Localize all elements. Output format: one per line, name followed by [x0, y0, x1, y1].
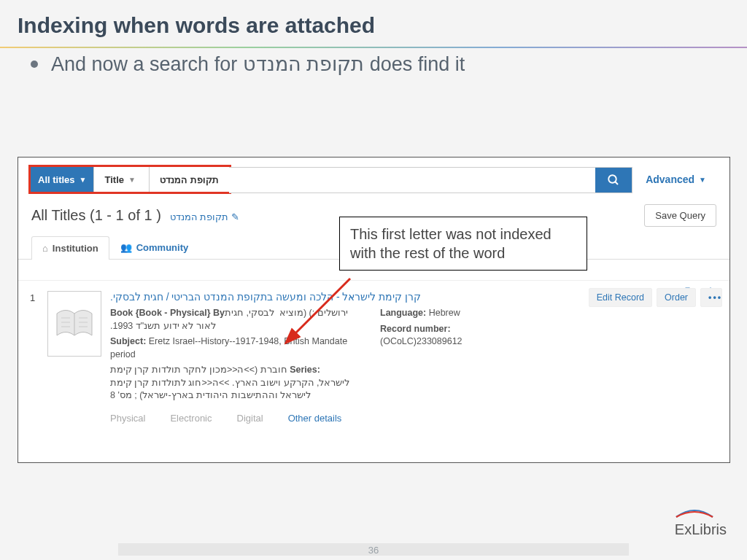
subject-label: Subject: — [110, 336, 146, 346]
results-header-left: All Titles (1 - 1 of 1 ) ✎ תקופת המנדט — [31, 207, 239, 224]
query-chip[interactable]: ✎ תקופת המנדט — [170, 211, 240, 222]
language-label: Language: — [380, 308, 426, 318]
more-actions-button[interactable]: ••• — [700, 288, 722, 307]
advanced-label: Advanced — [646, 174, 694, 185]
bullet-dot-icon — [31, 61, 38, 68]
slide-title: Indexing when words are attached — [0, 0, 747, 47]
results-count: All Titles (1 - 1 of 1 ) — [31, 207, 161, 224]
search-button[interactable] — [595, 168, 632, 192]
tab-institution-label: Institution — [53, 243, 98, 254]
home-icon: ⌂ — [42, 243, 48, 254]
scope-dropdown[interactable]: All titles ▼ — [31, 167, 93, 192]
book-icon — [54, 306, 95, 341]
record-thumbnail — [47, 291, 101, 357]
fmt-electronic: Electronic — [170, 413, 212, 424]
bullet-text: And now a search for תקופת המנדט does fi… — [51, 52, 465, 76]
series-label: Series: — [290, 365, 320, 375]
record-type-prefix: Book {Book - Physical} By — [110, 308, 225, 318]
svg-line-3 — [293, 279, 350, 335]
recnum-label: Record number: — [380, 324, 451, 334]
tab-community[interactable]: 👥 Community — [109, 236, 200, 259]
caret-down-icon: ▼ — [128, 176, 136, 184]
field-dropdown[interactable]: Title ▼ — [93, 167, 148, 192]
tab-community-label: Community — [136, 242, 189, 253]
search-input[interactable] — [229, 168, 596, 192]
record-author: לבסקי, חגית — [225, 308, 276, 318]
record-number: Record number:(OCoLC)233089612 — [380, 323, 462, 349]
pencil-icon: ✎ — [231, 211, 239, 222]
svg-point-0 — [608, 175, 616, 183]
people-icon: 👥 — [120, 242, 132, 253]
field-label: Title — [104, 174, 124, 185]
fmt-other-details[interactable]: Other details — [288, 413, 342, 424]
highlighted-search-controls: All titles ▼ Title ▼ תקופת המנדט — [28, 165, 231, 194]
search-bar — [229, 167, 633, 193]
scope-label: All titles — [38, 174, 75, 185]
edit-record-button[interactable]: Edit Record — [589, 288, 652, 307]
result-record: 1 קרן קימת לישראל - הלכה ומעשה בתקופת המ… — [18, 280, 729, 431]
advanced-search-link[interactable]: Advanced ▼ — [632, 174, 719, 185]
app-screenshot: All titles ▼ Title ▼ תקופת המנדט Advance… — [18, 157, 730, 463]
fmt-digital: Digital — [237, 413, 263, 424]
caret-down-icon: ▼ — [699, 176, 706, 184]
record-meta-right: Language: Hebrew Record number:(OCoLC)23… — [380, 307, 462, 405]
divider — [0, 47, 747, 48]
order-button[interactable]: Order — [657, 288, 696, 307]
format-tabs: Physical Electronic Digital Other detail… — [110, 413, 718, 424]
annotation-callout: This first letter was not indexed with t… — [339, 217, 587, 271]
search-row: All titles ▼ Title ▼ תקופת המנדט Advance… — [18, 158, 729, 194]
record-meta-columns: Book {Book - Physical} By לבסקי, חגית יר… — [110, 307, 718, 405]
arrow-icon — [285, 276, 365, 349]
language-value: Hebrew — [426, 308, 460, 318]
tab-institution[interactable]: ⌂ Institution — [31, 236, 109, 260]
query-chip-text: תקופת המנדט — [170, 211, 229, 222]
fmt-physical: Physical — [110, 413, 145, 424]
bullet-item: And now a search for תקופת המנדט does fi… — [0, 52, 747, 76]
save-query-button[interactable]: Save Query — [644, 204, 716, 227]
exlibris-logo: ExLibris — [675, 508, 727, 538]
logo-swoosh-icon — [675, 508, 714, 518]
page-number: 36 — [118, 543, 629, 556]
caret-down-icon: ▼ — [80, 176, 87, 184]
search-icon — [607, 174, 620, 187]
search-query-display: תקופת המנדט — [149, 167, 229, 192]
recnum-value: (OCoLC)233089612 — [380, 336, 462, 346]
svg-line-1 — [615, 182, 618, 184]
record-index: 1 — [30, 291, 39, 424]
record-actions: Edit Record Order ••• — [589, 288, 722, 307]
record-language: Language: Hebrew — [380, 307, 462, 320]
record-body: קרן קימת לישראל - הלכה ומעשה בתקופת המנד… — [110, 291, 718, 424]
record-series: Series: חוברת (>>ה<<מכון לחקר תולדות קרן… — [110, 364, 351, 402]
